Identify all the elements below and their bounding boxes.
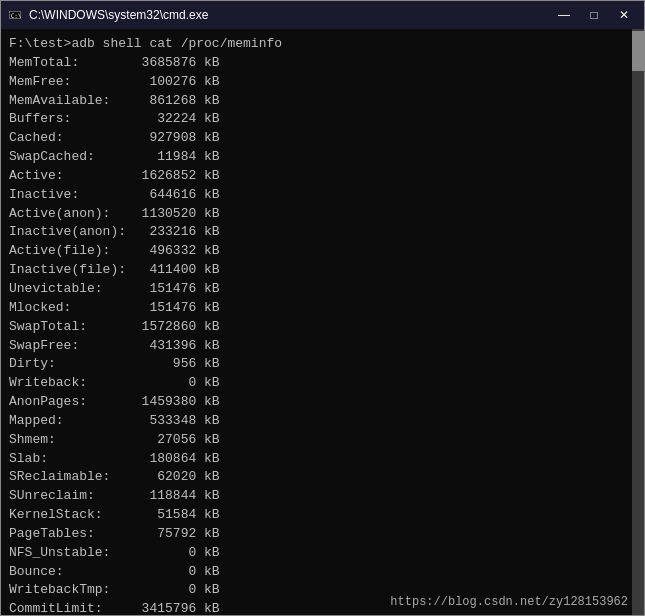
title-bar-text: C:\WINDOWS\system32\cmd.exe (29, 8, 208, 22)
title-bar-left: C:\ C:\WINDOWS\system32\cmd.exe (7, 7, 208, 23)
minimize-button[interactable]: — (550, 4, 578, 26)
watermark: https://blog.csdn.net/zy128153962 (390, 595, 628, 609)
scrollbar[interactable] (632, 29, 644, 615)
terminal-body[interactable]: F:\test>adb shell cat /proc/meminfo MemT… (1, 29, 644, 615)
title-bar: C:\ C:\WINDOWS\system32\cmd.exe — □ ✕ (1, 1, 644, 29)
cmd-window: C:\ C:\WINDOWS\system32\cmd.exe — □ ✕ F:… (0, 0, 645, 616)
cmd-icon: C:\ (7, 7, 23, 23)
scrollbar-thumb[interactable] (632, 31, 644, 71)
terminal-content: F:\test>adb shell cat /proc/meminfo MemT… (9, 35, 636, 615)
title-bar-controls: — □ ✕ (550, 4, 638, 26)
maximize-button[interactable]: □ (580, 4, 608, 26)
close-button[interactable]: ✕ (610, 4, 638, 26)
svg-text:C:\: C:\ (11, 12, 22, 19)
